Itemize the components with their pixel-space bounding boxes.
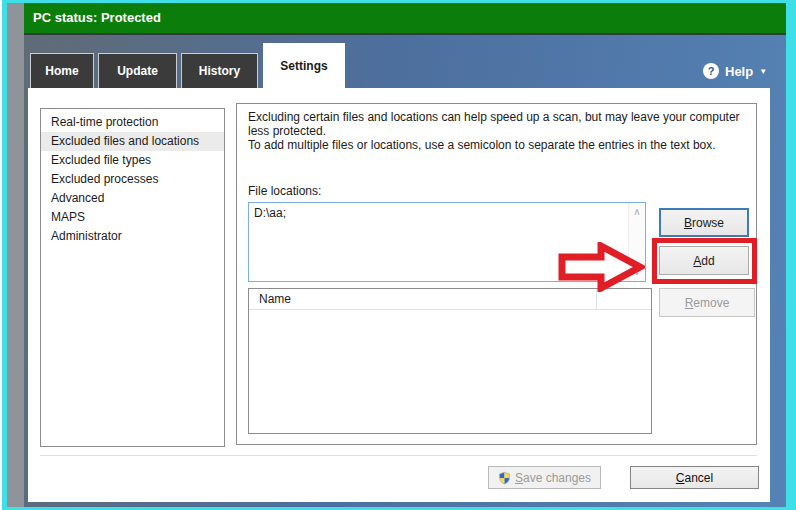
tab-history-label: History	[199, 64, 240, 78]
save-changes-button: Save changes	[488, 466, 601, 489]
description-line-2: less protected.	[248, 124, 326, 138]
help-question-icon: ?	[703, 63, 719, 79]
excluded-items-list: Name	[248, 288, 652, 434]
remove-button: Remove	[659, 288, 755, 317]
sidebar-item-maps[interactable]: MAPS	[41, 208, 224, 227]
sidebar-item-excluded-files-and-locations[interactable]: Excluded files and locations	[41, 132, 224, 151]
description-line-3: To add multiple files or locations, use …	[248, 138, 716, 152]
security-app-window: PC status: Protected Home Update History…	[24, 3, 786, 507]
desktop-background-strip	[7, 3, 24, 507]
annotation-arrow-icon	[557, 242, 645, 292]
uac-shield-icon	[498, 471, 511, 485]
footer-divider	[40, 455, 757, 456]
tab-update[interactable]: Update	[98, 53, 177, 88]
sidebar-item-advanced[interactable]: Advanced	[41, 189, 224, 208]
description-line-1: Excluding certain files and locations ca…	[248, 110, 740, 124]
tab-update-label: Update	[117, 64, 158, 78]
excluded-locations-pane: Excluding certain files and locations ca…	[236, 103, 757, 445]
file-locations-label: File locations:	[248, 184, 321, 198]
tab-home-label: Home	[45, 64, 78, 78]
settings-panel: Real-time protection Excluded files and …	[28, 88, 770, 502]
status-bar-divider	[24, 33, 786, 35]
tab-settings-label: Settings	[280, 59, 327, 73]
annotation-highlight-box	[652, 238, 757, 284]
help-label: Help	[725, 64, 753, 79]
help-menu[interactable]: ? Help ▼	[703, 60, 767, 82]
tab-history[interactable]: History	[181, 53, 258, 88]
sidebar-item-excluded-processes[interactable]: Excluded processes	[41, 170, 224, 189]
chevron-down-icon: ▼	[759, 67, 767, 76]
column-header-name: Name	[249, 289, 651, 310]
list-header-row[interactable]: Name	[249, 289, 651, 310]
column-separator	[596, 289, 597, 309]
scroll-up-icon[interactable]: ∧	[629, 206, 645, 218]
pc-status-text: PC status: Protected	[33, 10, 161, 25]
tab-home[interactable]: Home	[30, 53, 94, 88]
pc-status-bar: PC status: Protected	[24, 3, 786, 33]
screenshot-interior: PC status: Protected Home Update History…	[7, 3, 786, 507]
cancel-button[interactable]: Cancel	[630, 466, 759, 489]
settings-sidebar: Real-time protection Excluded files and …	[40, 108, 225, 447]
tab-settings[interactable]: Settings	[263, 43, 345, 88]
sidebar-item-realtime-protection[interactable]: Real-time protection	[41, 113, 224, 132]
browse-button[interactable]: Browse	[659, 208, 749, 237]
sidebar-item-excluded-file-types[interactable]: Excluded file types	[41, 151, 224, 170]
file-locations-value: D:\aa;	[254, 206, 286, 220]
sidebar-item-administrator[interactable]: Administrator	[41, 227, 224, 246]
